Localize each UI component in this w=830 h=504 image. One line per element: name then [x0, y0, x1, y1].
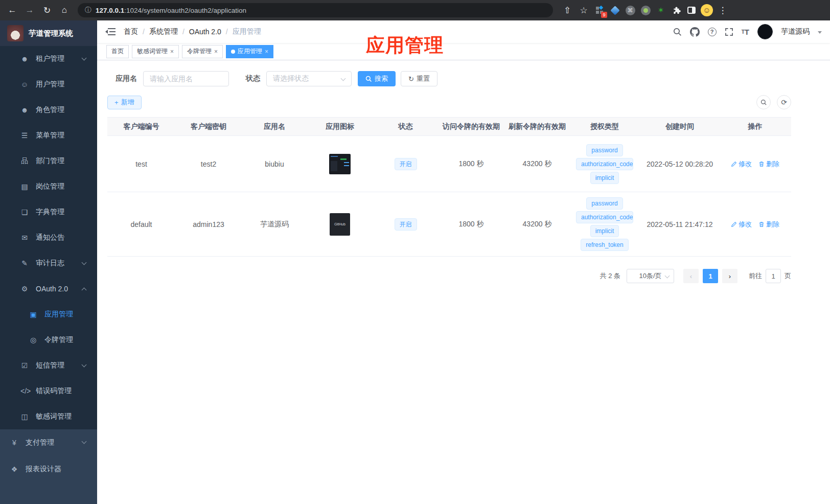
sidebar-item-label: 用户管理 — [36, 80, 64, 89]
cell-app-icon — [307, 154, 373, 174]
edit-link[interactable]: 修改 — [731, 220, 752, 229]
browser-menu-icon[interactable]: ⋮ — [716, 3, 730, 17]
delete-link[interactable]: 删除 — [758, 220, 779, 229]
logo-rabbit-image — [7, 25, 24, 41]
filter-form: 应用名 状态 请选择状态 搜索 ↻ 重置 — [107, 71, 791, 86]
breadcrumb-item[interactable]: 首页 — [124, 27, 138, 36]
page-number-button[interactable]: 1 — [703, 269, 718, 283]
reload-icon[interactable]: ↻ — [40, 3, 54, 17]
extension-star-icon[interactable]: ✶ — [654, 4, 667, 17]
close-icon[interactable]: × — [265, 48, 268, 55]
collapse-sidebar-icon[interactable] — [105, 28, 116, 36]
sidebar-item-label: 菜单管理 — [36, 131, 64, 140]
tab-首页[interactable]: 首页 — [106, 45, 129, 58]
font-size-icon[interactable]: TT — [742, 28, 749, 36]
chevron-down-icon — [82, 439, 87, 444]
refresh-button[interactable]: ⟳ — [777, 95, 791, 109]
bookmark-star-icon[interactable]: ☆ — [577, 3, 591, 17]
extension-gem-icon[interactable] — [608, 4, 621, 17]
sidebar-item-短信管理[interactable]: ☑短信管理 — [0, 353, 97, 378]
browser-toolbar: ← → ↻ ⌂ ⓘ 127.0.0.1:1024/system/oauth2/o… — [0, 0, 830, 20]
chevron-down-icon — [82, 56, 87, 61]
sidebar-item-label: 租户管理 — [36, 54, 64, 63]
sidebar-item-OAuth 2.0[interactable]: ⚙OAuth 2.0 — [0, 276, 97, 302]
extensions-puzzle-icon[interactable] — [670, 4, 683, 17]
breadcrumb-separator: / — [143, 28, 145, 36]
app-logo[interactable]: 芋道管理系统 — [0, 20, 97, 46]
sidebar-item-label: 字典管理 — [36, 208, 64, 217]
column-header: 授权类型 — [570, 122, 639, 131]
oauth-robot-icon: ⚙ — [20, 285, 29, 293]
post-badge-icon: ▤ — [20, 182, 29, 191]
fullscreen-icon[interactable] — [725, 28, 733, 36]
close-icon[interactable]: × — [170, 48, 174, 55]
sidebar-item-用户管理[interactable]: ☺用户管理 — [0, 72, 97, 97]
search-icon[interactable] — [673, 28, 682, 36]
sidebar-item-报表设计器[interactable]: ❖报表设计器 — [0, 456, 97, 483]
show-search-toggle-button[interactable] — [756, 95, 771, 109]
sidebar-item-部门管理[interactable]: 品部门管理 — [0, 148, 97, 174]
tab-label: 首页 — [111, 47, 124, 56]
app-icon-image — [329, 154, 351, 174]
user-name[interactable]: 芋道源码 — [781, 27, 810, 36]
sidebar-item-通知公告[interactable]: ✉通知公告 — [0, 225, 97, 250]
next-page-button[interactable]: › — [722, 269, 737, 283]
site-info-icon[interactable]: ⓘ — [85, 6, 91, 15]
page-size-select[interactable]: 10条/页 — [627, 269, 674, 283]
back-icon[interactable]: ← — [5, 3, 19, 17]
profile-avatar[interactable]: ☺ — [700, 4, 713, 17]
delete-link[interactable]: 删除 — [758, 159, 779, 169]
sidebar-item-敏感词管理[interactable]: ◫敏感词管理 — [0, 404, 97, 429]
extension-grid-icon[interactable]: 9 — [593, 4, 606, 17]
address-bar[interactable]: ⓘ 127.0.0.1:1024/system/oauth2/oauth2/ap… — [78, 3, 553, 17]
edit-link[interactable]: 修改 — [731, 159, 752, 169]
sidebar-item-字典管理[interactable]: ❏字典管理 — [0, 199, 97, 225]
close-icon[interactable]: × — [214, 48, 218, 55]
tab-令牌管理[interactable]: 令牌管理× — [182, 45, 223, 58]
sidebar-item-审计日志[interactable]: ✎审计日志 — [0, 250, 97, 276]
app-name-input[interactable] — [143, 71, 229, 86]
cell-client-secret: test2 — [175, 160, 242, 168]
sidebar-item-label: 报表设计器 — [26, 465, 61, 474]
status-tag: 开启 — [395, 218, 417, 231]
user-avatar[interactable] — [757, 24, 773, 39]
table-row: defaultadmin123芋道源码GitHub开启1800 秒43200 秒… — [107, 192, 791, 257]
reset-button[interactable]: ↻ 重置 — [401, 71, 437, 86]
prev-page-button[interactable]: ‹ — [683, 269, 699, 283]
goto-page-input[interactable] — [766, 269, 781, 283]
column-header: 访问令牌的有效期 — [439, 122, 504, 131]
home-icon[interactable]: ⌂ — [57, 3, 72, 17]
sidebar-item-租户管理[interactable]: ☻租户管理 — [0, 46, 97, 72]
sidebar-item-岗位管理[interactable]: ▤岗位管理 — [0, 174, 97, 199]
gem-icon — [610, 6, 619, 15]
help-icon[interactable]: ? — [708, 28, 717, 36]
forward-icon[interactable]: → — [22, 3, 37, 17]
tab-应用管理[interactable]: 应用管理× — [226, 45, 273, 58]
add-button[interactable]: + 新增 — [107, 96, 142, 109]
breadcrumb-item[interactable]: OAuth 2.0 — [189, 28, 221, 36]
cell-refresh-token-ttl: 43200 秒 — [504, 159, 570, 169]
sidebar-item-角色管理[interactable]: ☻角色管理 — [0, 97, 97, 123]
search-button[interactable]: 搜索 — [358, 71, 396, 86]
extension-cmd-icon[interactable]: ⌘ — [624, 4, 637, 17]
status-select[interactable]: 请选择状态 — [266, 71, 352, 86]
chevron-down-icon[interactable] — [818, 31, 822, 34]
share-icon[interactable]: ⇧ — [560, 3, 574, 17]
puzzle-icon — [672, 6, 681, 15]
table-toolbar: + 新增 ⟳ — [107, 95, 791, 109]
github-icon[interactable] — [690, 27, 700, 37]
extension-recorder-icon[interactable] — [639, 4, 652, 17]
goto-suffix-label: 页 — [785, 271, 791, 281]
dict-book-icon: ❏ — [20, 208, 29, 216]
breadcrumb-item[interactable]: 系统管理 — [149, 27, 178, 36]
side-panel-icon[interactable] — [685, 4, 698, 17]
sidebar-item-菜单管理[interactable]: ☰菜单管理 — [0, 123, 97, 148]
sidebar-item-错误码管理[interactable]: </>错误码管理 — [0, 378, 97, 404]
sidebar-item-支付管理[interactable]: ¥支付管理 — [0, 429, 97, 456]
grant-type-tag: implicit — [590, 225, 619, 237]
tab-敏感词管理[interactable]: 敏感词管理× — [132, 45, 179, 58]
sidebar-item-应用管理[interactable]: ▣应用管理 — [0, 302, 97, 327]
sms-shield-icon: ☑ — [20, 361, 29, 370]
sidebar-item-令牌管理[interactable]: ◎令牌管理 — [0, 327, 97, 353]
pagination: 共 2 条 10条/页 ‹ 1 › 前往 页 — [107, 269, 791, 283]
